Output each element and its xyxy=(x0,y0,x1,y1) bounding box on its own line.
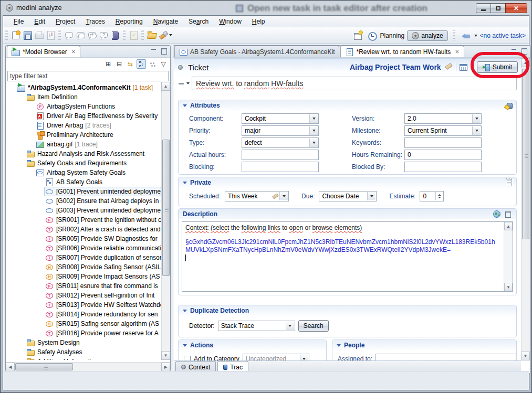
comment-add-icon[interactable]: + xyxy=(86,29,98,41)
edit-icon[interactable] xyxy=(444,63,453,71)
maximize-view-icon[interactable] xyxy=(160,48,168,55)
tree-item[interactable]: [SR015] Safing sensor algorithm (AS xyxy=(6,319,161,328)
titlebar[interactable]: Open new task in task editor after creat… xyxy=(1,1,531,15)
browser-icon[interactable] xyxy=(493,210,500,218)
detector-select[interactable]: Stack Trace xyxy=(218,321,295,331)
attr-field[interactable] xyxy=(404,162,482,172)
tree-item[interactable]: airbag.gif[1 trace] xyxy=(6,140,161,149)
priority-icon[interactable] xyxy=(178,80,184,87)
attributes-header[interactable]: Attributes xyxy=(179,100,516,111)
actions-header[interactable]: Actions xyxy=(179,340,326,350)
maximize-button[interactable] xyxy=(491,3,506,13)
filter-input[interactable]: type filter text xyxy=(7,71,169,81)
report-icon[interactable] xyxy=(45,29,56,41)
editor-tab-review[interactable]: *Review wrt. to random HW-faults ✕ xyxy=(340,46,464,57)
attr-field[interactable]: defect xyxy=(242,137,319,148)
duplicate-detection-header[interactable]: Duplicate Detection xyxy=(179,305,516,316)
tree-item[interactable]: [SR007] Provide duplication of sensors xyxy=(6,253,161,262)
tree-item[interactable]: [G003] Prevent unintended deployment xyxy=(6,206,161,215)
minimize-view-icon[interactable] xyxy=(150,48,158,55)
attr-field[interactable]: 0 xyxy=(404,150,482,160)
tree-item[interactable]: *AirbagSystem1.4ConformanceKit[1 task] xyxy=(6,83,161,92)
due-select[interactable]: Choose Date xyxy=(319,191,377,201)
menu-project[interactable]: Project xyxy=(50,16,80,27)
tree-vscrollbar[interactable]: ▲ ▼ xyxy=(161,82,170,360)
maximize-description-icon[interactable] xyxy=(504,211,512,218)
menu-edit[interactable]: Edit xyxy=(29,16,50,27)
tree-item[interactable]: Hazard Analysis and Risk Assessment xyxy=(6,149,161,158)
model-browser-tab[interactable]: *Model Browser ✕ xyxy=(7,46,80,57)
comment-find-icon[interactable]: ? xyxy=(98,29,109,41)
tree-item[interactable]: [SR016] Provide power reserve for A xyxy=(6,328,161,338)
menu-traces[interactable]: Traces xyxy=(80,16,110,27)
priority-dropdown[interactable] xyxy=(186,82,190,84)
task-title-input[interactable]: Review wrt. to random HW-faults xyxy=(192,77,517,90)
filters-icon[interactable] xyxy=(148,59,157,69)
planning-perspective-label[interactable]: Planning xyxy=(380,32,405,39)
attr-field[interactable]: Cockpit xyxy=(242,113,319,124)
close-tab-icon[interactable]: ✕ xyxy=(71,49,76,55)
print-icon[interactable] xyxy=(33,29,45,41)
tree-item[interactable]: [SR006] Provide reliable communication xyxy=(6,243,161,253)
tree-item[interactable]: Airbag System Safety Goals xyxy=(6,168,161,177)
people-header[interactable]: People xyxy=(332,340,516,350)
tree-item[interactable]: [SR009] Provide Impact Sensors (AS xyxy=(6,272,161,281)
notes-icon[interactable] xyxy=(506,179,512,186)
new-icon[interactable] xyxy=(10,29,22,41)
tree-item[interactable]: Safety Analyses xyxy=(6,347,161,357)
maximize-editor-icon[interactable] xyxy=(520,48,528,55)
save-icon[interactable] xyxy=(22,29,33,41)
open-perspective-icon[interactable] xyxy=(352,30,363,41)
attributes-edit-icon[interactable] xyxy=(505,102,512,109)
expand-all-icon[interactable]: ⊞ xyxy=(103,59,113,69)
tree-item[interactable]: Additional Information xyxy=(6,357,161,360)
close-button[interactable]: ✕ xyxy=(505,3,527,13)
menu-window[interactable]: Window xyxy=(214,16,247,27)
category-select[interactable]: Uncategorized xyxy=(243,354,309,360)
tree-item[interactable]: [G002] Ensure that Airbag deploys in cas… xyxy=(6,196,161,206)
close-tab-icon[interactable]: ✕ xyxy=(455,49,459,55)
tree-item[interactable]: [SR008] Provide Safing Sensor (ASIL xyxy=(6,262,161,272)
comments-icon[interactable] xyxy=(75,29,86,41)
project-link[interactable]: Airbag Project Team Work xyxy=(350,63,441,71)
assigned-to-input[interactable] xyxy=(375,354,516,360)
link-editor-icon[interactable]: ⇆ xyxy=(126,59,135,69)
tree-item[interactable]: [SR012] Prevent self-iginition of Init xyxy=(6,291,161,300)
back-arrow-icon[interactable] xyxy=(460,30,472,41)
scheduled-select[interactable]: This Week xyxy=(225,191,289,201)
tree-hscrollbar[interactable]: ◀ ▶ xyxy=(6,362,170,371)
tree-item[interactable]: [SR005] Provide SW Diagnostics for xyxy=(6,234,161,243)
submit-button[interactable]: Submit xyxy=(477,61,518,73)
attr-field[interactable]: 2.0 xyxy=(404,113,482,124)
minimize-button[interactable] xyxy=(476,3,491,13)
analyze-perspective-button[interactable]: analyze xyxy=(407,30,447,41)
menu-navigate[interactable]: Navigate xyxy=(148,16,183,27)
open-folder-icon[interactable] xyxy=(146,29,158,41)
tree-item[interactable]: System Design xyxy=(6,338,161,347)
view-menu-icon[interactable]: ▽ xyxy=(159,59,168,69)
tree-item[interactable]: [SR001] Prevent the ignition without cra… xyxy=(6,215,161,225)
comment-icon[interactable] xyxy=(63,29,75,41)
minimize-editor-icon[interactable] xyxy=(510,48,518,55)
tree-item[interactable]: [SR013] Provide HW Selftest Watchdog xyxy=(6,300,161,310)
task-check-icon[interactable] xyxy=(128,29,139,41)
tree-item[interactable]: [SR014] Provide redundancy for sen xyxy=(6,310,161,319)
form-scrollbar[interactable]: ▲ ▼ xyxy=(521,58,530,360)
menu-search[interactable]: Search xyxy=(183,16,214,27)
task-history-dropdown[interactable] xyxy=(474,35,477,37)
search-button[interactable]: Search xyxy=(298,320,329,332)
paint-icon[interactable] xyxy=(158,29,169,41)
sort-az-icon[interactable]: az↓ xyxy=(137,59,146,69)
tree-item[interactable]: AB Safety Goals xyxy=(6,177,161,187)
calendar-dropdown[interactable] xyxy=(471,66,474,68)
private-header[interactable]: Private xyxy=(179,177,516,188)
attr-field[interactable] xyxy=(242,162,319,172)
tree-item[interactable]: Safety Goals and Requirements xyxy=(6,158,161,168)
journal-icon[interactable] xyxy=(109,29,121,41)
collapse-all-icon[interactable]: ⊟ xyxy=(114,59,124,69)
tree-item[interactable]: [SR011] esnure that fire command is xyxy=(6,281,161,291)
tree-item[interactable]: AirbagSystem Functions xyxy=(6,102,161,111)
attr-field[interactable] xyxy=(242,150,319,160)
attr-field[interactable]: Current Sprint xyxy=(404,125,482,136)
context-link[interactable]: §cGxhdGZvcm06L3Jlc291cmNlL0FpcmJhZ1N5c3R… xyxy=(185,238,500,254)
